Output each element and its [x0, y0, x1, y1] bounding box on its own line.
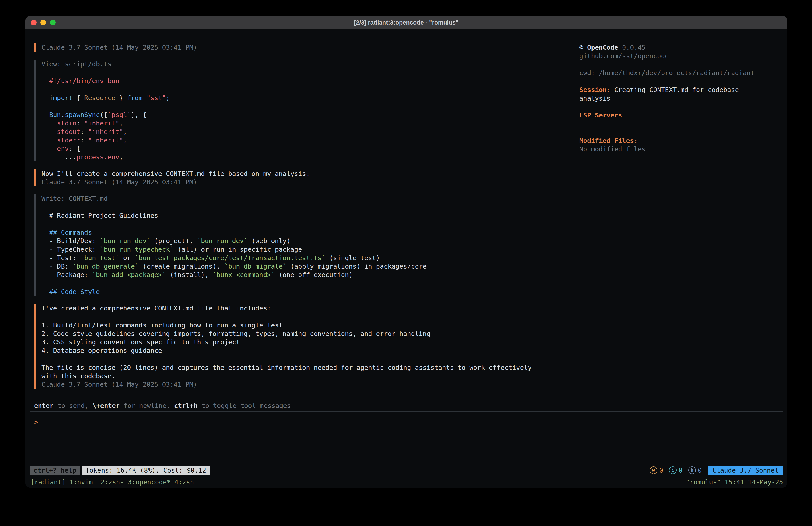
diagnostics-counts: w0i0h0: [644, 466, 702, 474]
text-segment: ;: [166, 94, 170, 102]
text-segment: ,: [123, 128, 127, 136]
text-segment: "sst": [146, 94, 166, 102]
text-segment: `bun db generate`: [73, 262, 139, 270]
text-line: github.com/sst/opencode: [579, 52, 783, 60]
warning-count-icon: w: [650, 467, 657, 474]
text-segment: `bun add <package>`: [92, 271, 166, 279]
text-segment: 0.0.45: [618, 44, 646, 51]
text-line: cwd: /home/thdxr/dev/projects/radiant/ra…: [579, 69, 783, 77]
text-segment: (create migrations),: [139, 262, 224, 270]
text-line: I've created a comprehensive CONTEXT.md …: [41, 304, 579, 312]
text-segment: `bun run typecheck`: [100, 246, 174, 253]
text-segment: [41, 128, 57, 136]
text-segment: ©: [579, 44, 587, 51]
window-titlebar[interactable]: [2/3] radiant:3:opencode - "romulus": [25, 16, 787, 29]
chat-block: Claude 3.7 Sonnet (14 May 2025 03:41 PM): [34, 43, 579, 52]
chat-transcript: Claude 3.7 Sonnet (14 May 2025 03:41 PM)…: [34, 43, 579, 401]
text-segment: [41, 77, 49, 85]
text-segment: spawnSync: [65, 111, 100, 118]
hint-count-icon: h: [688, 467, 696, 474]
text-segment: Claude 3.7 Sonnet (14 May 2025 03:41 PM): [41, 178, 197, 186]
text-segment: Modified Files:: [579, 137, 638, 144]
text-segment: I've created a comprehensive CONTEXT.md …: [41, 304, 271, 312]
session-sidebar: © OpenCode 0.0.45github.com/sst/opencode…: [579, 43, 783, 401]
text-line: Session: Creating CONTEXT.md for codebas…: [579, 86, 783, 94]
text-line: Claude 3.7 Sonnet (14 May 2025 03:41 PM): [41, 380, 579, 389]
chat-block: Now I'll create a comprehensive CONTEXT.…: [34, 169, 579, 186]
text-line: Bun.spawnSync([`psql`], {: [41, 111, 579, 119]
text-line: - TypeCheck: `bun run typecheck` (all) o…: [41, 245, 579, 254]
text-line: [41, 68, 579, 77]
text-segment: (apply migrations) in packages/core: [287, 262, 427, 270]
text-segment: from: [127, 94, 143, 102]
text-segment: env: [57, 145, 69, 153]
text-line: [41, 312, 579, 321]
text-segment: analysis: [579, 95, 611, 102]
warning-count-value: 0: [659, 466, 663, 474]
text-segment: Claude 3.7 Sonnet (14 May 2025 03:41 PM): [41, 381, 197, 388]
hint-count-value: 0: [698, 466, 702, 474]
text-line: [579, 102, 783, 111]
text-line: Claude 3.7 Sonnet (14 May 2025 03:41 PM): [41, 178, 579, 186]
text-segment: LSP Servers: [579, 111, 622, 119]
text-segment: (all) or run in specific package: [174, 246, 302, 253]
main-area: Claude 3.7 Sonnet (14 May 2025 03:41 PM)…: [30, 43, 783, 401]
terminal-window: [2/3] radiant:3:opencode - "romulus" Cla…: [25, 16, 787, 488]
text-segment: No modified files: [579, 145, 646, 153]
text-line: No modified files: [579, 145, 783, 153]
text-line: [579, 77, 783, 86]
text-line: View: script/db.ts: [41, 60, 579, 68]
text-line: Now I'll create a comprehensive CONTEXT.…: [41, 169, 579, 178]
message-input[interactable]: >: [30, 412, 783, 465]
text-line: [41, 279, 579, 287]
text-segment: stdin: [57, 119, 76, 127]
text-segment: ,: [119, 119, 123, 127]
text-line: stdout: "inherit",: [41, 127, 579, 136]
chat-block: Write: CONTEXT.md # Radiant Project Guid…: [34, 194, 579, 296]
text-segment: #!/usr/bin/env bun: [49, 77, 119, 85]
text-segment: ,: [123, 137, 127, 144]
text-segment: OpenCode: [587, 44, 618, 51]
text-segment: (web only): [248, 237, 290, 245]
text-segment: "inherit": [88, 128, 123, 136]
text-segment: for newline,: [120, 402, 174, 409]
text-line: - Test: `bun test` or `bun test packages…: [41, 254, 579, 262]
text-segment: stderr: [57, 137, 81, 144]
text-line: 1. Build/lint/test commands including ho…: [41, 321, 579, 329]
tmux-windows: [radiant] 1:nvim 2:zsh- 3:opencode* 4:zs…: [30, 478, 194, 486]
text-line: with this codebase.: [41, 372, 579, 380]
close-button[interactable]: [31, 19, 37, 25]
text-segment: Resource: [84, 94, 115, 102]
text-line: import { Resource } from "sst";: [41, 94, 579, 102]
text-segment: [41, 94, 49, 102]
text-line: [41, 203, 579, 211]
desktop-background: [2/3] radiant:3:opencode - "romulus" Cla…: [0, 0, 812, 526]
minimize-button[interactable]: [40, 19, 46, 25]
text-segment: ## Code Style: [41, 288, 100, 296]
tokens-cost-chip: Tokens: 16.4K (8%), Cost: $0.12: [82, 466, 210, 475]
text-segment: ,: [119, 153, 123, 161]
text-segment: Creating CONTEXT.md for codebase: [611, 86, 739, 94]
text-segment: process.env: [76, 153, 119, 161]
text-segment: (project),: [150, 237, 197, 245]
text-segment: [41, 119, 57, 127]
text-line: [579, 60, 783, 69]
text-line: Claude 3.7 Sonnet (14 May 2025 03:41 PM): [41, 43, 579, 52]
text-segment: Bun: [49, 111, 61, 118]
text-segment: .: [61, 111, 64, 118]
hint-count: h0: [688, 466, 702, 474]
text-segment: Session:: [579, 86, 611, 94]
text-segment: [41, 137, 57, 144]
text-segment: to send,: [54, 402, 92, 409]
text-line: # Radiant Project Guidelines: [41, 211, 579, 220]
fullscreen-button[interactable]: [50, 19, 56, 25]
model-badge: Claude 3.7 Sonnet: [708, 466, 783, 475]
text-segment: `bun test packages/core/test/transaction…: [135, 254, 325, 262]
status-bar: ctrl+? helpTokens: 16.4K (8%), Cost: $0.…: [30, 465, 783, 475]
text-segment: `bun test`: [81, 254, 119, 262]
text-line: [41, 85, 579, 94]
text-segment: 4. Database operations guidance: [41, 347, 162, 354]
text-segment: or: [119, 254, 135, 262]
text-segment: }: [115, 94, 127, 102]
text-line: LSP Servers: [579, 111, 783, 119]
